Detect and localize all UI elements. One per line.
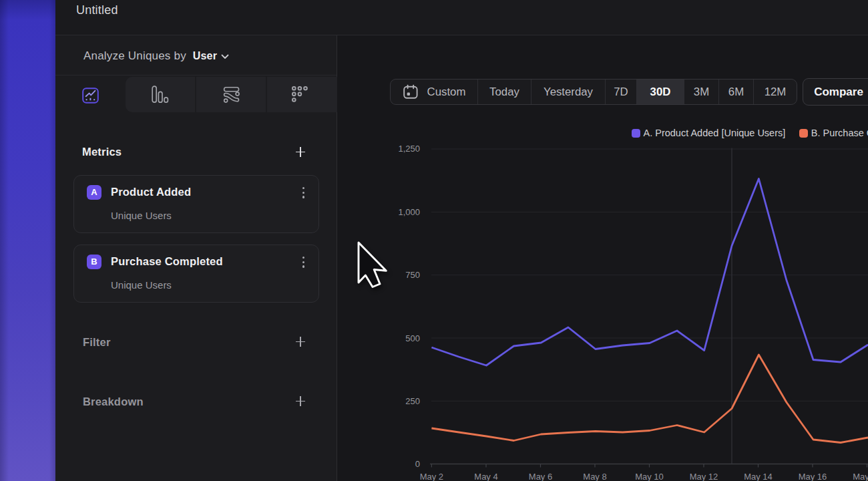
svg-text:750: 750	[405, 270, 420, 280]
svg-text:May 4: May 4	[474, 472, 497, 481]
svg-text:May 14: May 14	[744, 472, 773, 481]
svg-text:500: 500	[405, 333, 420, 343]
svg-text:250: 250	[405, 396, 420, 406]
svg-text:1,000: 1,000	[398, 207, 420, 217]
svg-text:0: 0	[415, 459, 420, 469]
svg-text:May 18: May 18	[853, 472, 868, 481]
svg-text:1,250: 1,250	[398, 144, 420, 154]
svg-text:May 6: May 6	[529, 472, 552, 481]
svg-text:May 8: May 8	[583, 472, 606, 481]
svg-text:May 2: May 2	[420, 472, 443, 481]
svg-text:May 10: May 10	[635, 472, 664, 481]
svg-text:May 12: May 12	[690, 472, 718, 481]
svg-text:May 16: May 16	[799, 472, 827, 481]
